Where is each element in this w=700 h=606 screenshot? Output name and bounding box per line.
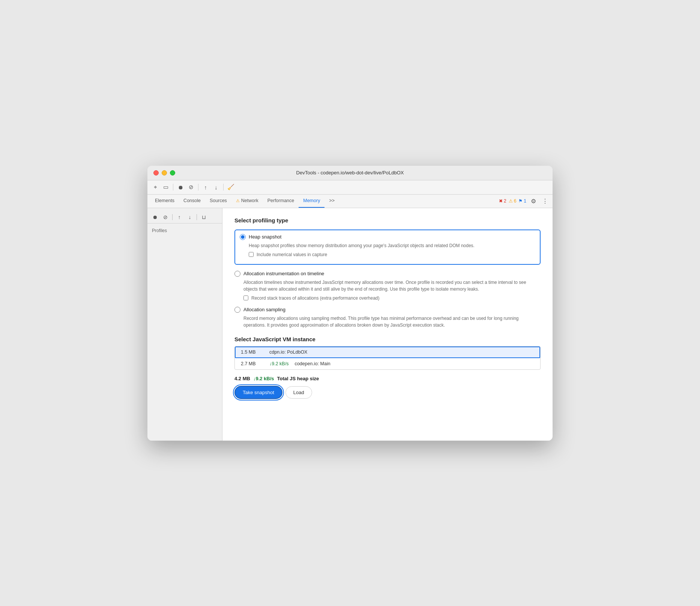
toolbar-separator-3 [223,184,224,190]
stack-traces-label: Record stack traces of allocations (extr… [251,296,380,301]
more-options-icon[interactable]: ⋮ [541,196,550,206]
window-title: DevTools - codepen.io/web-dot-dev/live/P… [296,170,404,176]
tab-sources[interactable]: Sources [205,195,231,208]
stack-traces-checkbox-row: Record stack traces of allocations (extr… [243,296,541,301]
tab-performance[interactable]: Performance [263,195,299,208]
toolbar-separator-1 [173,184,173,190]
error-badge: ✖ 2 [499,198,506,204]
warning-badge: ⚠ 6 [509,198,517,204]
heap-snapshot-radio[interactable] [240,234,246,240]
allocation-timeline-radio-row: Allocation instrumentation on timeline [234,271,541,277]
sidebar-upload-icon[interactable]: ↑ [175,213,184,222]
record-icon[interactable]: ⏺ [150,213,159,222]
vm1-size: 1.5 MB [241,350,263,355]
traffic-lights [153,170,175,176]
tab-memory[interactable]: Memory [299,195,324,208]
error-icon: ✖ [499,198,503,204]
settings-icon[interactable]: ⚙ [529,196,538,206]
main-layout: ⏺ ⊘ ↑ ↓ ⊔ Profiles Select profiling type… [147,208,553,441]
device-icon[interactable]: ▭ [161,182,171,192]
vm-section-title: Select JavaScript VM instance [234,336,541,342]
stop-icon[interactable]: ⊘ [161,213,170,222]
allocation-sampling-radio[interactable] [234,307,240,313]
info-badge: ⚑ 1 [518,198,526,204]
profiling-section-title: Select profiling type [234,217,541,224]
allocation-sampling-label: Allocation sampling [243,307,285,312]
sidebar: ⏺ ⊘ ↑ ↓ ⊔ Profiles [147,208,222,441]
sidebar-profiles-label: Profiles [147,226,222,236]
total-label: Total JS heap size [277,376,319,381]
sidebar-sep-2 [197,214,197,220]
download-icon[interactable]: ↓ [211,182,221,192]
vm2-size: 2.7 MB [241,361,263,366]
block-icon[interactable]: ⊘ [186,182,196,192]
network-warning-icon: ⚠ [236,198,240,203]
close-button[interactable] [153,170,159,176]
vm2-name: codepen.io: Main [294,361,330,366]
info-icon: ⚑ [518,198,523,204]
top-toolbar: ⌖ ▭ ⏺ ⊘ ↑ ↓ 🧹 [147,180,553,195]
stack-traces-checkbox[interactable] [243,296,248,300]
content-area: Select profiling type Heap snapshot Heap… [222,208,553,441]
allocation-sampling-radio-row: Allocation sampling [234,307,541,313]
sidebar-clear-icon[interactable]: ⊔ [199,213,208,222]
tab-elements[interactable]: Elements [150,195,179,208]
total-rate: ↓9.2 kB/s [253,376,274,381]
heap-snapshot-option: Heap snapshot Heap snapshot profiles sho… [234,230,541,265]
heap-snapshot-checkbox-row: Include numerical values in capture [249,252,535,257]
vm2-rate: ↓9.2 kB/s [269,361,288,366]
cursor-icon[interactable]: ⌖ [150,182,160,192]
nav-right: ✖ 2 ⚠ 6 ⚑ 1 ⚙ ⋮ [499,195,550,208]
load-button[interactable]: Load [285,386,312,399]
warning-icon: ⚠ [509,198,513,204]
heap-snapshot-desc: Heap snapshot profiles show memory distr… [249,242,535,249]
allocation-sampling-desc: Record memory allocations using sampling… [243,315,541,328]
include-numerical-checkbox[interactable] [249,252,254,257]
circle-icon[interactable]: ⏺ [176,182,185,192]
sidebar-download-icon[interactable]: ↓ [185,213,194,222]
minimize-button[interactable] [162,170,167,176]
allocation-sampling-option: Allocation sampling Record memory alloca… [234,307,541,328]
allocation-timeline-option: Allocation instrumentation on timeline A… [234,271,541,301]
upload-icon[interactable]: ↑ [201,182,210,192]
tab-network[interactable]: ⚠ Network [231,195,263,208]
badge-group: ✖ 2 ⚠ 6 ⚑ 1 [499,198,526,204]
clear-icon[interactable]: 🧹 [226,182,236,192]
vm-table: 1.5 MB cdpn.io: PoLdbOX 2.7 MB ↓9.2 kB/s… [234,346,541,370]
toolbar-separator-2 [198,184,198,190]
allocation-timeline-radio[interactable] [234,271,240,277]
take-snapshot-button[interactable]: Take snapshot [234,386,282,399]
tab-console[interactable]: Console [179,195,205,208]
heap-snapshot-radio-row: Heap snapshot [240,234,535,240]
sidebar-toolbar: ⏺ ⊘ ↑ ↓ ⊔ [147,211,222,224]
vm-row-1[interactable]: 1.5 MB cdpn.io: PoLdbOX [235,346,540,358]
allocation-timeline-label: Allocation instrumentation on timeline [243,271,324,276]
devtools-window: DevTools - codepen.io/web-dot-dev/live/P… [147,166,553,441]
tab-overflow[interactable]: >> [324,195,339,208]
vm1-name: cdpn.io: PoLdbOX [269,350,307,355]
vm-row-2[interactable]: 2.7 MB ↓9.2 kB/s codepen.io: Main [235,358,540,369]
include-numerical-label: Include numerical values in capture [257,252,327,257]
sidebar-sep-1 [172,214,173,220]
heap-snapshot-label: Heap snapshot [249,234,281,240]
title-bar: DevTools - codepen.io/web-dot-dev/live/P… [147,166,553,180]
maximize-button[interactable] [170,170,175,176]
action-buttons: Take snapshot Load [234,386,541,399]
footer-stats: 4.2 MB ↓9.2 kB/s Total JS heap size [234,376,541,381]
allocation-timeline-desc: Allocation timelines show instrumented J… [243,279,541,292]
total-size: 4.2 MB [234,376,250,381]
nav-tabs: Elements Console Sources ⚠ Network Perfo… [147,195,553,208]
